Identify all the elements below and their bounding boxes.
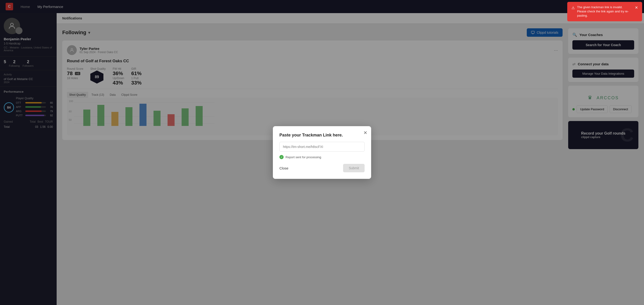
modal-close-x-button[interactable]: ✕ bbox=[364, 130, 368, 136]
warning-icon: ⚠ bbox=[572, 6, 575, 10]
modal-close-button[interactable]: Close bbox=[280, 166, 288, 170]
toast-close-button[interactable]: ✕ bbox=[635, 5, 638, 10]
trackman-modal: Paste your Trackman Link here. ✕ ✓ Repor… bbox=[273, 126, 371, 179]
modal-title: Paste your Trackman Link here. bbox=[280, 133, 364, 138]
error-toast: ⚠ The given trackman link is invalid. Pl… bbox=[567, 2, 642, 21]
success-text: Report sent for processing bbox=[286, 156, 321, 159]
trackman-link-input[interactable] bbox=[280, 142, 364, 152]
modal-footer: Close Submit bbox=[280, 164, 364, 172]
modal-overlay: Paste your Trackman Link here. ✕ ✓ Repor… bbox=[0, 0, 644, 305]
error-toast-message: The given trackman link is invalid. Plea… bbox=[577, 5, 632, 18]
modal-success-message: ✓ Report sent for processing bbox=[280, 155, 364, 159]
success-checkmark-icon: ✓ bbox=[280, 155, 284, 159]
modal-submit-button[interactable]: Submit bbox=[343, 164, 364, 172]
